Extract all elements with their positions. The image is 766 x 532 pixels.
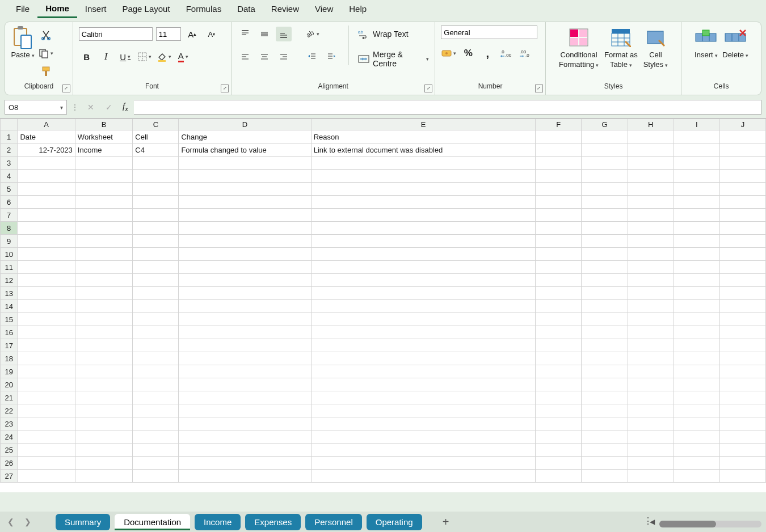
cell-H15[interactable] xyxy=(628,313,674,326)
cell-D26[interactable] xyxy=(179,457,311,470)
cell-E27[interactable] xyxy=(311,470,536,483)
cell-C16[interactable] xyxy=(133,326,179,339)
cut-icon[interactable] xyxy=(38,28,54,43)
cell-I15[interactable] xyxy=(674,313,719,326)
cell-F11[interactable] xyxy=(536,261,582,274)
cell-I9[interactable] xyxy=(674,235,719,248)
col-header-D[interactable]: D xyxy=(179,119,311,130)
increase-indent-icon[interactable] xyxy=(323,49,339,64)
menu-page-layout[interactable]: Page Layout xyxy=(114,1,178,18)
cell-I18[interactable] xyxy=(674,352,719,365)
cell-A20[interactable] xyxy=(18,378,75,391)
cell-F17[interactable] xyxy=(536,339,582,352)
cell-B2[interactable]: Income xyxy=(75,143,132,157)
cell-A10[interactable] xyxy=(18,248,75,261)
bold-button[interactable]: B xyxy=(79,49,95,64)
cell-H20[interactable] xyxy=(628,378,674,391)
cell-E15[interactable] xyxy=(311,313,536,326)
align-center-icon[interactable] xyxy=(256,49,272,64)
cancel-formula-icon[interactable]: ✕ xyxy=(83,100,99,115)
cell-F24[interactable] xyxy=(536,430,582,444)
cell-D24[interactable] xyxy=(179,430,311,444)
cell-J8[interactable] xyxy=(719,222,765,235)
cell-J18[interactable] xyxy=(719,352,765,365)
cell-A6[interactable] xyxy=(18,196,75,209)
row-header-1[interactable]: 1 xyxy=(1,130,18,143)
cell-B22[interactable] xyxy=(75,404,132,417)
cell-C4[interactable] xyxy=(133,170,179,183)
decrease-decimal-icon[interactable]: .00.0 xyxy=(518,46,534,61)
menu-formulas[interactable]: Formulas xyxy=(178,1,230,18)
cell-J23[interactable] xyxy=(719,417,765,430)
cell-I6[interactable] xyxy=(674,196,719,209)
cell-B15[interactable] xyxy=(75,313,132,326)
cell-E21[interactable] xyxy=(311,391,536,404)
row-header-20[interactable]: 20 xyxy=(1,378,18,391)
cell-A18[interactable] xyxy=(18,352,75,365)
number-format-select[interactable] xyxy=(441,26,537,39)
cell-D21[interactable] xyxy=(179,391,311,404)
cell-B20[interactable] xyxy=(75,378,132,391)
cell-H10[interactable] xyxy=(628,248,674,261)
row-header-5[interactable]: 5 xyxy=(1,183,18,196)
cell-C1[interactable]: Cell xyxy=(133,130,179,143)
cell-J21[interactable] xyxy=(719,391,765,404)
cell-B10[interactable] xyxy=(75,248,132,261)
cell-F16[interactable] xyxy=(536,326,582,339)
cell-B4[interactable] xyxy=(75,170,132,183)
cell-A9[interactable] xyxy=(18,235,75,248)
cell-E11[interactable] xyxy=(311,261,536,274)
row-header-8[interactable]: 8 xyxy=(1,222,18,235)
cell-C15[interactable] xyxy=(133,313,179,326)
cell-E23[interactable] xyxy=(311,417,536,430)
sheet-nav-prev-icon[interactable]: ❮ xyxy=(5,516,17,528)
cell-I11[interactable] xyxy=(674,261,719,274)
row-header-16[interactable]: 16 xyxy=(1,326,18,339)
cell-A26[interactable] xyxy=(18,457,75,470)
cell-B12[interactable] xyxy=(75,274,132,287)
cell-C7[interactable] xyxy=(133,209,179,222)
cell-E7[interactable] xyxy=(311,209,536,222)
cell-H1[interactable] xyxy=(628,130,674,143)
cell-A2[interactable]: 12-7-2023 xyxy=(18,143,75,157)
cell-C17[interactable] xyxy=(133,339,179,352)
cell-F1[interactable] xyxy=(536,130,582,143)
cell-B18[interactable] xyxy=(75,352,132,365)
cell-A22[interactable] xyxy=(18,404,75,417)
row-header-15[interactable]: 15 xyxy=(1,313,18,326)
cell-F8[interactable] xyxy=(536,222,582,235)
cell-H18[interactable] xyxy=(628,352,674,365)
col-header-F[interactable]: F xyxy=(536,119,582,130)
font-size-input[interactable] xyxy=(156,27,181,41)
cell-J4[interactable] xyxy=(719,170,765,183)
cell-I27[interactable] xyxy=(674,470,719,483)
col-header-B[interactable]: B xyxy=(75,119,132,130)
row-header-9[interactable]: 9 xyxy=(1,235,18,248)
underline-button[interactable]: U xyxy=(117,49,133,64)
name-box[interactable]: O8 xyxy=(5,100,67,115)
cell-B5[interactable] xyxy=(75,183,132,196)
cell-D25[interactable] xyxy=(179,444,311,457)
alignment-launcher[interactable]: ⤢ xyxy=(424,85,432,92)
cell-I12[interactable] xyxy=(674,274,719,287)
row-header-21[interactable]: 21 xyxy=(1,391,18,404)
row-header-24[interactable]: 24 xyxy=(1,430,18,444)
cell-H16[interactable] xyxy=(628,326,674,339)
cell-B7[interactable] xyxy=(75,209,132,222)
cell-H6[interactable] xyxy=(628,196,674,209)
cell-F22[interactable] xyxy=(536,404,582,417)
cell-I1[interactable] xyxy=(674,130,719,143)
cell-I20[interactable] xyxy=(674,378,719,391)
cell-D23[interactable] xyxy=(179,417,311,430)
cell-C19[interactable] xyxy=(133,365,179,378)
cell-H26[interactable] xyxy=(628,457,674,470)
increase-decimal-icon[interactable]: .0.00 xyxy=(499,46,515,61)
cell-A14[interactable] xyxy=(18,300,75,313)
cell-E24[interactable] xyxy=(311,430,536,444)
row-header-6[interactable]: 6 xyxy=(1,196,18,209)
cell-D13[interactable] xyxy=(179,287,311,300)
font-color-button[interactable]: A xyxy=(175,49,191,64)
col-header-G[interactable]: G xyxy=(582,119,628,130)
cell-B6[interactable] xyxy=(75,196,132,209)
cell-I19[interactable] xyxy=(674,365,719,378)
